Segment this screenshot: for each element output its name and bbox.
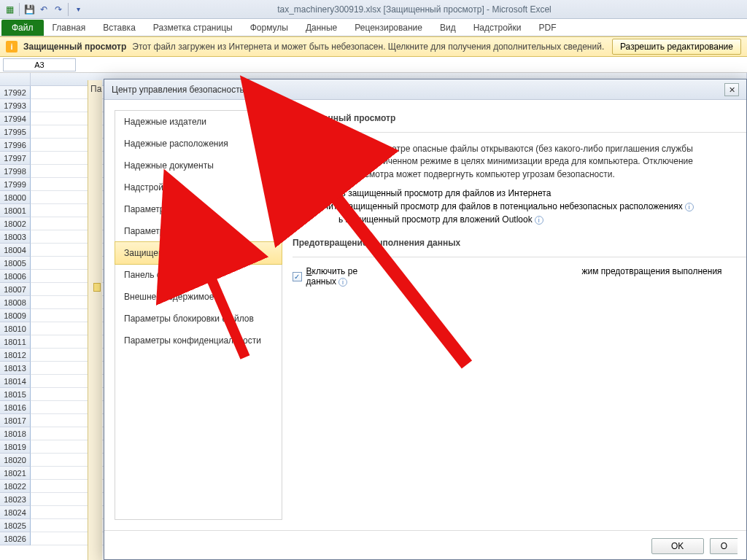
section-dep-title: Предотвращение выполнения данных [293,235,746,254]
tab-home[interactable]: Главная [44,20,95,36]
checkbox-icon[interactable]: ✓ [293,189,302,198]
row-header[interactable]: 18026 [0,532,31,545]
quick-access-toolbar: ▦ 💾 ↶ ↷ ▾ [3,3,85,16]
options-panel-label-fragment: Па [90,84,105,94]
options-panel-arrow-icon [93,283,101,292]
checkbox-label: чить защищенный просмотр для файлов в по… [324,201,694,211]
row-header[interactable]: 17994 [0,112,31,125]
checkbox-label: ь защищенный просмотр для вложений Outlo… [338,214,543,225]
checkbox-icon[interactable]: ✓ [293,272,302,281]
info-icon[interactable]: i [338,278,347,287]
row-header[interactable]: 18016 [0,401,31,414]
nav-item[interactable]: Надстройки [115,176,282,198]
tab-pdf[interactable]: PDF [530,20,565,36]
nav-item[interactable]: Параметры конфиденциальности [115,330,282,351]
tab-addins[interactable]: Надстройки [465,20,530,36]
section-protected-view-text: При защищенном просмотре опасные файлы о… [293,143,746,181]
row-header[interactable]: 17993 [0,99,31,112]
dialog-nav: Надежные издателиНадежные расположенияНа… [115,110,282,520]
checkbox-row-unsafe-locations[interactable]: ✓ чить защищенный просмотр для файлов в … [293,201,746,211]
row-header[interactable]: 18021 [0,467,31,480]
checkbox-icon[interactable]: ✓ [293,202,302,211]
row-header[interactable]: 18018 [0,427,31,440]
info-icon[interactable]: i [535,216,543,225]
row-header[interactable]: 17992 [0,86,31,99]
row-header[interactable]: 18017 [0,414,31,427]
close-icon[interactable]: ✕ [724,83,739,96]
nav-item[interactable]: Надежные издатели [115,111,282,133]
row-header[interactable]: 18025 [0,519,31,532]
name-box[interactable]: A3 [3,58,76,71]
protected-view-text[interactable]: Этот файл загружен из Интернета и может … [132,42,606,52]
redo-icon[interactable]: ↷ [52,3,65,16]
tab-view[interactable]: Вид [431,20,465,36]
checkbox-row-internet[interactable]: ✓ ВВключить защищенный просмотр для файл… [293,188,746,198]
tab-page-layout[interactable]: Разметка страницы [144,20,241,36]
row-header[interactable]: 18020 [0,454,31,467]
save-icon[interactable]: 💾 [23,3,36,16]
row-header[interactable]: 17997 [0,152,31,165]
row-header[interactable]: 18010 [0,322,31,335]
row-header[interactable]: 17995 [0,125,31,139]
select-all-corner[interactable] [0,73,31,85]
row-header[interactable]: 18006 [0,270,31,283]
dialog-footer: OK О [104,530,746,560]
row-header[interactable]: 18011 [0,335,31,349]
section-protected-view-title: Защищенный просмотр [293,110,746,129]
nav-item[interactable]: Защищенный просмотр [115,241,282,265]
row-header[interactable]: 17996 [0,139,31,152]
cancel-button-fragment[interactable]: О [710,538,738,554]
checkbox-icon[interactable]: ✓ [293,215,302,225]
dialog-content: Защищенный просмотр При защищенном просм… [293,100,746,530]
tab-formulas[interactable]: Формулы [241,20,297,36]
row-header[interactable]: 17999 [0,178,31,191]
excel-icon: ▦ [3,3,16,16]
nav-item[interactable]: Надежные расположения [115,133,282,155]
row-header[interactable]: 18001 [0,204,31,217]
row-header[interactable]: 18008 [0,296,31,309]
row-header[interactable]: 17998 [0,165,31,178]
row-header[interactable]: 18015 [0,388,31,401]
row-header[interactable]: 18024 [0,506,31,519]
checkbox-label: ВВключить защищенный просмотр для файлов… [306,188,551,198]
row-header[interactable]: 18013 [0,362,31,375]
nav-item[interactable]: Внешнее содержимое [115,286,282,308]
checkbox-row-dep[interactable]: ✓ Включить реВключить режим предотвращен… [293,266,746,287]
row-header[interactable]: 18005 [0,257,31,270]
row-header[interactable]: 18007 [0,283,31,296]
checkbox-label: Включить реВключить режим предотвращения… [306,266,746,287]
undo-icon[interactable]: ↶ [37,3,50,16]
row-header[interactable]: 18019 [0,440,31,454]
nav-item[interactable]: Панель сообщений [115,264,282,286]
nav-item[interactable]: Параметры блокировки файлов [115,308,282,330]
nav-item[interactable]: Параметры ActiveX [115,198,282,220]
row-header[interactable]: 18002 [0,217,31,230]
ok-button[interactable]: OK [651,538,704,554]
file-tab[interactable]: Файл [1,20,44,36]
info-icon[interactable]: i [685,203,694,211]
row-header[interactable]: 18023 [0,493,31,506]
row-header[interactable]: 18009 [0,309,31,322]
row-header[interactable]: 18000 [0,191,31,204]
nav-item[interactable]: Надежные документы [115,155,282,176]
enable-editing-button[interactable]: Разрешить редактирование [612,39,741,55]
row-header[interactable]: 18014 [0,375,31,388]
nav-item[interactable]: Параметры макросов [115,220,282,242]
titlebar: ▦ 💾 ↶ ↷ ▾ tax_machinery300919.xlsx [Защи… [0,0,747,19]
ribbon-tabs: Файл Главная Вставка Разметка страницы Ф… [0,19,747,36]
row-header[interactable]: 18022 [0,480,31,493]
qat-custom-icon[interactable]: ▾ [71,3,85,16]
protected-view-bar: i Защищенный просмотр Этот файл загружен… [0,36,747,57]
shield-icon: i [6,41,18,52]
tab-review[interactable]: Рецензирование [346,20,431,36]
checkbox-row-outlook[interactable]: ✓ ь защищенный просмотр для вложений Out… [293,214,746,225]
dialog-titlebar: Центр управления безопасностью ✕ [104,79,746,100]
row-header[interactable]: 18003 [0,230,31,244]
row-header[interactable]: 18012 [0,349,31,362]
row-header[interactable]: 18004 [0,244,31,257]
tab-insert[interactable]: Вставка [94,20,144,36]
dialog-title: Центр управления безопасностью [112,85,251,95]
formula-bar-row: A3 [0,57,747,73]
tab-data[interactable]: Данные [297,20,346,36]
options-panel-edge [88,80,102,560]
